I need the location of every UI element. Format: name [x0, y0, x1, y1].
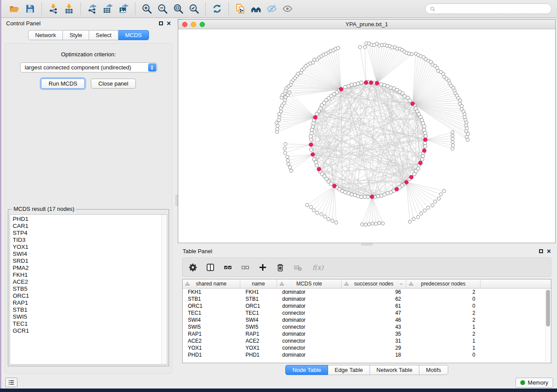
duplicate-network-button[interactable]: [232, 2, 248, 16]
table-row[interactable]: SWI4SWI4dominator462: [183, 316, 551, 323]
refresh-button[interactable]: [209, 2, 225, 16]
table-row[interactable]: FKH1FKH1dominator962: [183, 289, 551, 296]
table-tab-edge-table[interactable]: Edge Table: [328, 365, 370, 375]
table-row[interactable]: TEC1TEC1connector472: [183, 309, 551, 316]
mcds-result-item[interactable]: YOX1: [10, 244, 161, 251]
column-header-name[interactable]: name: [240, 279, 277, 288]
horizontal-splitter[interactable]: [178, 243, 556, 246]
minimize-window-icon[interactable]: [191, 22, 196, 27]
column-layout-button[interactable]: [205, 262, 215, 272]
column-header-MCDS-role[interactable]: MCDS role: [277, 279, 342, 288]
import-network-button[interactable]: [45, 2, 61, 16]
control-panel-title: Control Panel: [6, 20, 41, 27]
mcds-result-item[interactable]: CAR1: [10, 223, 161, 230]
mcds-result-item[interactable]: PMA2: [10, 265, 161, 272]
mcds-result-item[interactable]: SWI4: [10, 251, 161, 258]
search-input[interactable]: [439, 5, 547, 13]
mcds-result-item[interactable]: FKH1: [10, 272, 161, 279]
close-panel-button[interactable]: Close panel: [91, 79, 136, 89]
add-column-button[interactable]: [258, 262, 268, 272]
table-row[interactable]: STB1STB1dominator620: [183, 296, 551, 303]
close-table-panel-icon[interactable]: ×: [547, 249, 551, 254]
mcds-result-item[interactable]: SWI5: [10, 313, 161, 320]
select-all-rows-button[interactable]: [223, 262, 233, 272]
table-row[interactable]: SWI5SWI5connector431: [183, 323, 551, 330]
export-table-button[interactable]: [100, 2, 116, 16]
table-tab-network-table[interactable]: Network Table: [370, 365, 419, 375]
show-all-button[interactable]: [280, 2, 295, 16]
zoom-out-button[interactable]: [155, 2, 170, 16]
hide-selected-button[interactable]: [264, 2, 280, 16]
search-box[interactable]: [425, 3, 552, 14]
tab-style[interactable]: Style: [63, 30, 89, 40]
table-row[interactable]: RAP1RAP1dominator352: [183, 330, 551, 337]
memory-status-icon: [520, 380, 525, 385]
mcds-result-item[interactable]: SRD1: [10, 258, 161, 265]
column-label: successor nodes: [354, 281, 393, 287]
criterion-select[interactable]: largest connected component (undirected): [20, 62, 157, 72]
import-table-button[interactable]: [61, 2, 77, 16]
first-neighbors-button[interactable]: [248, 2, 264, 16]
mcds-result-item[interactable]: STP4: [10, 230, 161, 237]
export-network-button[interactable]: [84, 2, 100, 16]
cell-name: TEC1: [240, 310, 277, 316]
close-panel-icon[interactable]: ×: [167, 21, 171, 26]
delete-column-button[interactable]: [275, 262, 285, 272]
network-graph[interactable]: [178, 29, 555, 243]
scrollbar-thumb[interactable]: [546, 290, 550, 327]
network-canvas[interactable]: [178, 29, 555, 243]
zoom-fit-icon: [173, 3, 184, 14]
table-row[interactable]: ORC1ORC1dominator610: [183, 303, 551, 309]
table-tab-node-table[interactable]: Node Table: [285, 365, 328, 375]
chevron-down-icon[interactable]: [399, 282, 404, 286]
control-panel: Control Panel × NetworkStyleSelectMCDS O…: [1, 18, 176, 376]
float-panel-icon[interactable]: [159, 21, 163, 25]
mcds-result-item[interactable]: PHD1: [10, 216, 161, 223]
deselect-all-rows-button[interactable]: [240, 262, 250, 272]
delete-table-icon: [293, 263, 302, 272]
mcds-result-item[interactable]: TID3: [10, 237, 161, 244]
save-session-button[interactable]: [22, 2, 38, 16]
control-panel-header: Control Panel ×: [1, 18, 176, 29]
tab-network[interactable]: Network: [28, 30, 63, 40]
column-header-successor-nodes[interactable]: successor nodes: [342, 279, 406, 288]
node-table: shared namenameMCDS rolesuccessor nodesp…: [182, 279, 551, 363]
list-scrollbar[interactable]: [161, 215, 167, 364]
cell-MCDS-role: dominator: [277, 296, 342, 302]
mcds-result-item[interactable]: RAP1: [10, 299, 161, 306]
cell-MCDS-role: dominator: [277, 352, 342, 358]
column-header-shared-name[interactable]: shared name: [183, 279, 240, 288]
column-header-predecessor-nodes[interactable]: predecessor nodes: [406, 279, 481, 288]
duplicate-network-icon: [235, 3, 246, 14]
tab-select[interactable]: Select: [89, 30, 118, 40]
zoom-fit-button[interactable]: [170, 2, 186, 16]
table-tab-motifs[interactable]: Motifs: [419, 365, 448, 375]
table-row[interactable]: PHD1PHD1dominator180: [183, 351, 551, 358]
tab-mcds[interactable]: MCDS: [118, 30, 149, 40]
status-menu-button[interactable]: [5, 378, 17, 387]
mcds-result-item[interactable]: STB5: [10, 285, 161, 292]
run-mcds-button[interactable]: Run MCDS: [41, 79, 85, 89]
export-image-button[interactable]: [116, 2, 131, 16]
mcds-result-item[interactable]: STB1: [10, 306, 161, 313]
zoom-in-button[interactable]: [139, 2, 155, 16]
table-row[interactable]: YOX1YOX1connector291: [183, 344, 551, 351]
memory-button[interactable]: Memory: [515, 378, 553, 388]
open-file-button[interactable]: [7, 2, 22, 16]
application-window: Control Panel × NetworkStyleSelectMCDS O…: [1, 0, 557, 389]
mcds-result-item[interactable]: GCR1: [10, 327, 161, 334]
table-settings-button[interactable]: [188, 262, 198, 272]
maximize-window-icon[interactable]: [200, 22, 205, 27]
zoom-selected-button[interactable]: [186, 2, 202, 16]
float-table-panel-icon[interactable]: [539, 249, 543, 253]
workspace: Control Panel × NetworkStyleSelectMCDS O…: [1, 18, 557, 376]
network-title: YPA_prune.txt_1: [178, 21, 555, 28]
table-panel: Table Panel × f(x) shared namenameMCDS r…: [178, 246, 556, 376]
close-window-icon[interactable]: [182, 22, 187, 27]
mcds-result-item[interactable]: ORC1: [10, 292, 161, 299]
table-scrollbar[interactable]: [545, 289, 550, 362]
cell-shared-name: FKH1: [183, 289, 240, 295]
mcds-result-item[interactable]: TEC1: [10, 320, 161, 327]
table-row[interactable]: ACE2ACE2connector311: [183, 337, 551, 344]
mcds-result-item[interactable]: ACE2: [10, 279, 161, 285]
